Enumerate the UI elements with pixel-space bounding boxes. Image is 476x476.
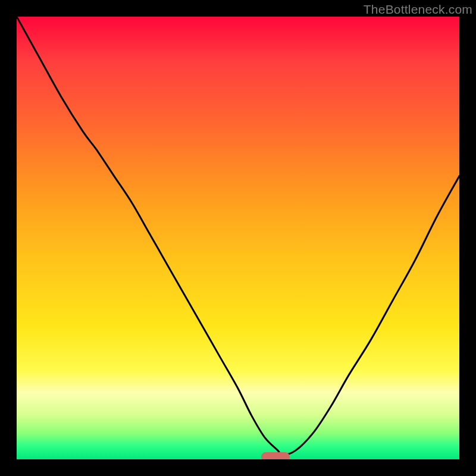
plot-area [17,17,459,459]
bottleneck-curve [17,17,459,459]
chart-frame: TheBottleneck.com [0,0,476,476]
optimal-marker [261,452,290,459]
watermark-text: TheBottleneck.com [364,2,472,17]
